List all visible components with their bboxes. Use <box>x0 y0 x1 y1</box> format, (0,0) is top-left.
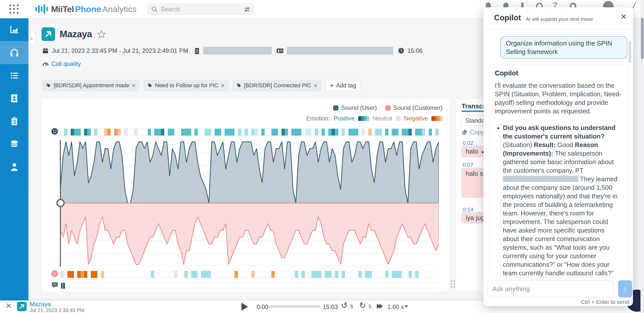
tag-pill[interactable]: [BDR/SDR] Connected PIC × <box>233 80 321 91</box>
copy-icon <box>462 129 468 135</box>
database-icon <box>9 139 20 150</box>
user-emotion-track[interactable] <box>60 128 439 136</box>
copilot-close-icon[interactable]: × <box>621 12 626 21</box>
copilot-send-hint: Ctrl + Enter to send <box>581 299 629 305</box>
playhead-handle[interactable] <box>56 199 65 207</box>
sound-legend: Sound (User) Sound (Customer) <box>333 104 442 111</box>
add-tag-button[interactable]: + Add tag <box>326 80 360 91</box>
copilot-bullet: Did you ask questions to understand the … <box>503 123 622 277</box>
speed-caret-icon[interactable] <box>405 305 408 307</box>
forward-5-icon[interactable]: ↻ <box>359 301 366 309</box>
copilot-ask-input[interactable]: Ask anything <box>488 280 614 297</box>
player-call-title[interactable]: Mazaya <box>30 301 51 308</box>
sidebar-item-contacts[interactable] <box>0 87 28 110</box>
remove-tag-icon[interactable]: × <box>314 82 317 89</box>
rewind-5-icon[interactable]: ↺ <box>341 301 348 309</box>
plus-icon: + <box>330 82 334 89</box>
comment-timeline[interactable] <box>60 282 439 289</box>
sidebar-item-tasks[interactable] <box>0 110 28 133</box>
tags-row: [BDR/SDR] Appointment made × Need to Fol… <box>42 80 360 91</box>
call-quality-link[interactable]: Call quality <box>51 60 81 67</box>
tag-label: [BDR/SDR] Connected PIC <box>244 82 311 89</box>
tag-pill[interactable]: [BDR/SDR] Appointment made × <box>42 80 139 91</box>
legend-label: Sound (Customer) <box>393 104 442 111</box>
emotion-legend: Emotion:PositiveNeutralNegative <box>306 115 442 122</box>
sidebar-item-analytics[interactable] <box>0 18 28 41</box>
emotion-level-swatch <box>431 116 442 121</box>
remove-tag-icon[interactable]: × <box>221 82 225 89</box>
copilot-user-message: Organize information using the SPIN Sell… <box>500 36 627 59</box>
search-icon <box>151 6 158 13</box>
copilot-scrollbar-thumb[interactable] <box>629 41 631 63</box>
play-button[interactable] <box>242 303 248 311</box>
tag-icon <box>46 83 51 88</box>
product-suffix: Analytics <box>102 4 137 14</box>
search-placeholder: Search <box>161 6 240 13</box>
user-emotion-smiley-icon <box>51 128 58 136</box>
sidebar-item-account[interactable] <box>0 156 28 178</box>
page-scrollbar-thumb[interactable] <box>641 18 643 59</box>
customer-emotion-track[interactable] <box>60 271 439 278</box>
outbound-call-icon <box>42 27 55 41</box>
sidebar-item-call-list[interactable] <box>0 64 28 87</box>
call-duration: 15:06 <box>408 47 423 54</box>
voice-activity-chart[interactable] <box>60 140 439 266</box>
comments-icon <box>51 281 58 289</box>
copilot-response-card: Copilot I'll evaluate the conversation b… <box>489 65 627 277</box>
tag-pill[interactable]: Need to Follow up for PIC × <box>144 80 228 91</box>
tag-label: Need to Follow up for PIC <box>155 82 218 89</box>
emotion-level-swatch <box>358 116 369 121</box>
search-filter-icon[interactable] <box>244 6 251 13</box>
copilot-input-placeholder: Ask anything <box>492 285 530 293</box>
contact-book-icon <box>9 93 20 104</box>
copilot-response-bullets: Did you ask questions to understand the … <box>495 123 622 277</box>
customer-sound-wave <box>60 203 439 264</box>
copilot-panel: Copilot AI will support your next move ×… <box>484 7 633 306</box>
forward-seconds: 5 <box>369 304 371 309</box>
copilot-chat-area: Organize information using the SPIN Sell… <box>484 30 633 277</box>
player-call-type-icon <box>17 302 27 311</box>
search-input[interactable]: Search <box>147 3 255 15</box>
app-logo: MiiTel Phone Analytics <box>35 4 137 15</box>
redacted-contact-name <box>287 47 393 55</box>
sidebar-item-data[interactable] <box>0 133 28 156</box>
legend-item: Sound (Customer) <box>385 104 442 111</box>
panel-drag-handle-icon[interactable] <box>451 281 455 287</box>
copilot-title: Copilot <box>494 13 521 22</box>
player-progress-bar[interactable] <box>269 305 320 308</box>
headphones-icon <box>9 47 20 58</box>
person-icon <box>9 161 20 172</box>
tag-icon <box>147 83 152 88</box>
page-title: Mazaya <box>60 29 92 39</box>
app-grid-icon[interactable] <box>10 5 19 14</box>
legend-swatch <box>385 105 391 111</box>
copilot-send-button[interactable]: ↑ <box>618 280 632 297</box>
miitel-analytics-app: MiiTel Phone Analytics Search <box>0 0 644 313</box>
call-quality-gauge-icon <box>42 61 49 67</box>
call-date-range: Jul 21, 2023 2:33:45 PM - Jul 21, 2023 2… <box>52 47 188 54</box>
sidebar-item-calls[interactable] <box>0 41 28 64</box>
transcript-text: halo <box>466 148 478 155</box>
player-close-icon[interactable]: × <box>6 300 11 311</box>
expand-panel-button[interactable]: › <box>28 32 35 44</box>
add-tag-label: Add tag <box>336 82 356 89</box>
fast-forward-icon[interactable] <box>377 304 383 309</box>
call-waveform-card: Sound (User) Sound (Customer) Emotion:Po… <box>41 99 450 292</box>
favorite-star-icon[interactable] <box>97 29 106 39</box>
copilot-response-title: Copilot <box>495 69 622 77</box>
player-total-time: 15:03 <box>323 303 338 310</box>
rewind-seconds: 5 <box>350 304 353 309</box>
product-name: Phone <box>75 4 101 14</box>
customer-emotion-smiley-icon <box>51 270 58 278</box>
menu-slash-icon <box>633 2 636 9</box>
comment-mark[interactable] <box>63 283 65 289</box>
playback-speed[interactable]: 1.00 x <box>387 303 404 310</box>
copilot-header: Copilot AI will support your next move × <box>484 7 633 29</box>
emotion-level-swatch <box>396 116 400 121</box>
calendar-icon <box>42 48 49 54</box>
comment-mark[interactable] <box>61 283 63 289</box>
copilot-subtitle: AI will support your next move <box>526 16 593 22</box>
remove-tag-icon[interactable]: × <box>132 82 136 89</box>
contact-card-icon <box>276 48 284 54</box>
transcript-timestamp[interactable]: 0:07 <box>463 162 473 168</box>
